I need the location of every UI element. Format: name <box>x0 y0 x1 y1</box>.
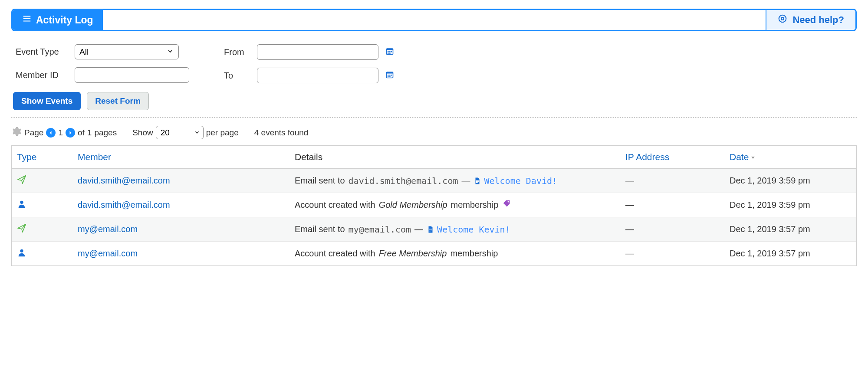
detail-text: membership <box>450 249 498 259</box>
user-icon <box>17 248 78 259</box>
ip-cell: — <box>625 176 730 186</box>
col-details: Details <box>295 152 625 162</box>
col-member[interactable]: Member <box>78 152 295 162</box>
member-link[interactable]: my@email.com <box>78 224 295 234</box>
header-bar: Activity Log Need help? <box>11 9 857 31</box>
email-subject-link[interactable]: Welcome Kevin! <box>427 224 510 235</box>
per-page-word: per page <box>206 128 239 138</box>
ip-cell: — <box>625 249 730 259</box>
detail-text: Email sent to <box>295 224 345 234</box>
filter-form: Event Type All Member ID From To <box>16 44 857 83</box>
svg-rect-6 <box>391 51 392 52</box>
page-next-button[interactable] <box>66 128 75 138</box>
pages-of: of <box>78 128 85 138</box>
col-type[interactable]: Type <box>17 152 78 162</box>
pages-total: 1 <box>87 128 92 138</box>
sort-desc-icon <box>749 152 756 162</box>
date-cell: Dec 1, 2019 3:59 pm <box>730 200 851 210</box>
date-cell: Dec 1, 2019 3:57 pm <box>730 224 851 234</box>
help-button[interactable]: Need help? <box>766 10 855 30</box>
from-label: From <box>224 47 250 57</box>
event-type-label: Event Type <box>16 47 68 57</box>
to-date-input[interactable] <box>257 68 378 83</box>
col-date[interactable]: Date <box>730 152 851 162</box>
svg-rect-12 <box>389 75 391 76</box>
page-prev-button[interactable] <box>46 128 56 138</box>
page-title: Activity Log <box>36 14 93 26</box>
ip-cell: — <box>625 200 730 210</box>
table-header: Type Member Details IP Address Date <box>12 146 856 169</box>
send-icon <box>17 175 78 187</box>
member-id-input[interactable] <box>75 67 189 83</box>
gear-icon[interactable] <box>11 126 22 139</box>
calendar-icon[interactable] <box>385 47 394 58</box>
svg-rect-10 <box>387 72 393 73</box>
col-ip[interactable]: IP Address <box>625 152 730 162</box>
pager-row: Page 1 of 1 pages Show 20 per page 4 eve… <box>11 126 857 139</box>
help-icon <box>778 14 787 26</box>
email-address: my@email.com <box>349 224 411 235</box>
reset-form-button[interactable]: Reset Form <box>87 92 149 110</box>
detail-text: Account created with <box>295 200 375 210</box>
table-row: my@email.comEmail sent tomy@email.com—We… <box>12 217 856 241</box>
svg-rect-11 <box>388 75 389 76</box>
details-cell: Account created with Free Membership mem… <box>295 249 625 259</box>
svg-rect-5 <box>389 51 391 52</box>
activity-table: Type Member Details IP Address Date davi… <box>11 145 857 266</box>
found-text: 4 events found <box>254 128 309 138</box>
tab-activity-log[interactable]: Activity Log <box>13 10 103 30</box>
separator: — <box>414 224 423 234</box>
ip-cell: — <box>625 224 730 234</box>
member-link[interactable]: my@email.com <box>78 249 295 259</box>
svg-rect-7 <box>388 52 389 54</box>
to-label: To <box>224 71 250 81</box>
table-row: david.smith@email.comAccount created wit… <box>12 193 856 217</box>
svg-rect-8 <box>389 52 391 54</box>
detail-text: Account created with <box>295 249 375 259</box>
event-type-select[interactable]: All <box>75 44 179 59</box>
from-date-input[interactable] <box>257 44 378 60</box>
svg-rect-14 <box>388 76 389 77</box>
membership-name: Free Membership <box>379 249 447 259</box>
member-id-label: Member ID <box>16 70 68 80</box>
calendar-icon[interactable] <box>385 70 394 81</box>
table-row: david.smith@email.comEmail sent todavid.… <box>12 169 856 193</box>
svg-rect-3 <box>387 49 393 50</box>
date-cell: Dec 1, 2019 3:57 pm <box>730 249 851 259</box>
email-subject-link[interactable]: Welcome David! <box>473 176 557 186</box>
tag-icon <box>502 199 512 211</box>
send-icon <box>17 223 78 235</box>
svg-point-1 <box>782 17 784 20</box>
svg-rect-15 <box>389 76 391 77</box>
details-cell: Account created with Gold Membership mem… <box>295 199 625 211</box>
svg-rect-4 <box>388 51 389 52</box>
detail-text: Email sent to <box>295 176 345 186</box>
page-current: 1 <box>58 128 63 138</box>
date-cell: Dec 1, 2019 3:59 pm <box>730 176 851 186</box>
table-row: my@email.comAccount created with Free Me… <box>12 241 856 265</box>
detail-text: membership <box>451 200 499 210</box>
button-row: Show Events Reset Form <box>13 92 857 110</box>
membership-name: Gold Membership <box>379 200 447 210</box>
divider <box>11 117 857 118</box>
page-word: Page <box>24 128 43 138</box>
details-cell: Email sent todavid.smith@email.com—Welco… <box>295 176 625 186</box>
show-word: Show <box>132 128 153 138</box>
per-page-select[interactable]: 20 <box>156 126 204 139</box>
pages-word: pages <box>94 128 117 138</box>
email-address: david.smith@email.com <box>349 176 458 186</box>
details-cell: Email sent tomy@email.com—Welcome Kevin! <box>295 224 625 235</box>
member-link[interactable]: david.smith@email.com <box>78 176 295 186</box>
help-label: Need help? <box>792 14 844 26</box>
show-events-button[interactable]: Show Events <box>13 92 81 110</box>
svg-rect-13 <box>391 75 392 76</box>
separator: — <box>461 176 470 186</box>
header-spacer <box>103 10 766 30</box>
list-icon <box>22 14 32 26</box>
user-icon <box>17 199 78 211</box>
member-link[interactable]: david.smith@email.com <box>78 200 295 210</box>
